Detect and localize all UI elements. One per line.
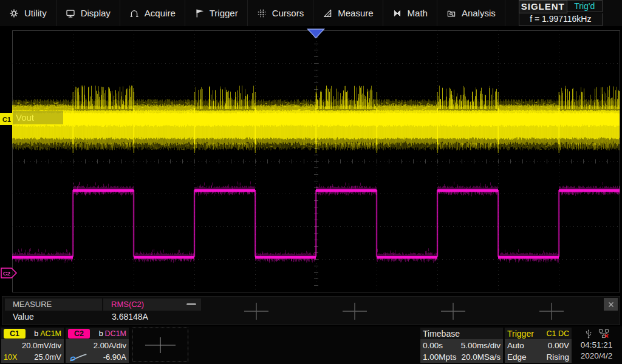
c1-offset: 25.0mV [34,352,61,362]
gear-icon [9,8,19,18]
add-channel-slot[interactable] [132,328,188,362]
add-measurement-icon[interactable] [243,302,270,320]
c2-coupling: DC1M [105,329,126,338]
measure-slot-1-label: RMS(C2) [111,300,144,309]
c1-probe-attenuation: 10X [4,353,17,362]
measure-value: 3.68148A [112,312,148,322]
c2-scale: 2.00A/div [94,341,126,350]
frequency-counter-readout: f = 1.997116kHz [519,13,603,26]
c1-tab[interactable]: C1 [4,329,26,339]
close-measure-bar-button[interactable] [604,298,618,311]
trigger-level: 0.00V [548,341,569,350]
measure-bar: MEASURE RMS(C2) Value 3.68148A [2,296,620,325]
measure-title: MEASURE [5,298,102,311]
menu-display-label: Display [81,8,111,18]
c2-bwl-badge: b [99,329,103,338]
measure-icon [323,8,332,18]
menu-cursors[interactable]: Cursors [248,0,314,26]
display-icon [66,8,75,18]
c1-user-label: Vout [13,111,63,124]
menu-math[interactable]: Math [383,0,437,26]
waveform-canvas[interactable] [0,29,622,294]
flag-icon [194,8,204,18]
clock-date: 2020/4/2 [572,351,621,362]
add-measurement-icon[interactable] [440,302,466,320]
bottom-status-bar: C1 bAC1M 20.0mV/div 10X25.0mV C2 bDC1M 2… [0,326,622,364]
brand-status-box: SIGLENT Trig'd f = 1.997116kHz [519,0,603,26]
menu-analysis[interactable]: Analysis [437,0,505,26]
trigger-status-badge: Trig'd [567,0,603,12]
svg-text:C1: C1 [2,116,11,123]
menu-utility[interactable]: Utility [0,0,56,26]
crosshair-icon [143,336,177,354]
oscilloscope-screen: Utility Display Acquire Trigger Cursors [0,0,622,364]
menu-acquire-label: Acquire [145,8,176,18]
timebase-sample-rate: 20.0MSa/s [461,352,501,362]
menu-trigger[interactable]: Trigger [185,0,248,26]
c1-scale: 20.0mV/div [22,341,61,350]
lan-disconnected-icon [598,329,609,339]
timebase-delay: 0.00s [423,341,443,350]
clock-time: 04:51:21 [572,340,621,351]
trigger-panel[interactable]: TriggerC1 DC Auto0.00V EdgeRising [505,328,572,363]
svg-text:C2: C2 [3,270,10,277]
trigger-type: Edge [507,352,527,362]
cursors-icon [257,8,267,18]
siglent-logo: SIGLENT [519,0,567,13]
c2-tab[interactable]: C2 [68,329,90,339]
menu-measure-label: Measure [338,8,373,18]
menu-math-label: Math [408,8,428,18]
measure-value-row-label: Value [13,312,34,322]
menu-cursors-label: Cursors [272,8,304,18]
close-icon [607,300,615,309]
remove-measurement-icon[interactable] [186,303,196,305]
timebase-memory: 1.00Mpts [423,352,457,362]
menu-utility-label: Utility [24,8,47,18]
c1-bwl-badge: b [34,329,38,338]
timebase-title: Timebase [423,329,460,339]
menu-measure[interactable]: Measure [313,0,383,26]
top-menu-bar: Utility Display Acquire Trigger Cursors [0,0,622,27]
menu-trigger-label: Trigger [210,8,238,18]
channel-c2-panel[interactable]: C2 bDC1M 2.00A/div -6.90A [66,328,129,363]
math-icon [392,8,402,18]
menu-display[interactable]: Display [56,0,120,26]
trigger-title: Trigger [507,329,534,339]
timebase-panel[interactable]: Timebase 0.00s5.00ms/div 1.00Mpts20.0MSa… [420,328,503,363]
acquire-icon [129,8,139,18]
add-measurement-icon[interactable] [341,302,368,320]
usb-icon [584,329,593,339]
trigger-mode: Auto [507,341,524,350]
measure-slot-1[interactable]: RMS(C2) [103,298,201,311]
trigger-source-coupling: C1 DC [546,329,569,338]
timebase-scale: 5.00ms/div [461,341,501,350]
c2-offset: -6.90A [103,352,126,362]
c2-channel-marker[interactable]: C2 [1,268,18,278]
channel-c1-panel[interactable]: C1 bAC1M 20.0mV/div 10X25.0mV [1,328,64,363]
trigger-position-marker[interactable] [306,29,326,39]
waveform-plot-area: C1 Vout C2 [0,29,622,294]
clock-panel: 04:51:21 2020/4/2 [572,328,621,363]
trigger-slope: Rising [546,352,569,362]
current-probe-icon [68,352,89,362]
analysis-icon [446,8,456,18]
c1-coupling: AC1M [40,329,61,338]
add-measurement-icon[interactable] [538,302,565,320]
menu-analysis-label: Analysis [462,8,496,18]
menu-acquire[interactable]: Acquire [120,0,185,26]
